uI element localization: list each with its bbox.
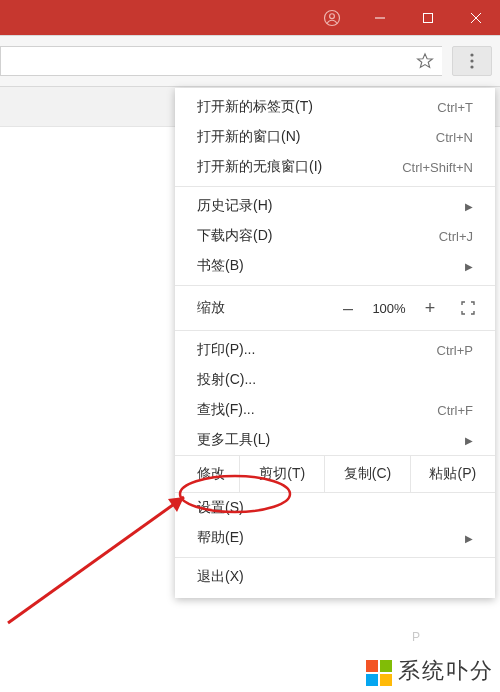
chevron-right-icon: ▶ — [463, 201, 473, 212]
account-icon — [323, 9, 341, 27]
menu-item-label: 帮助(E) — [197, 529, 455, 547]
chrome-menu-button[interactable] — [452, 46, 492, 76]
zoom-label: 缩放 — [197, 299, 333, 317]
svg-point-7 — [470, 53, 473, 56]
maximize-button[interactable] — [404, 0, 452, 35]
menu-item-shortcut: Ctrl+P — [437, 343, 473, 358]
microsoft-logo-icon — [366, 660, 392, 686]
zoom-value: 100% — [363, 301, 415, 316]
watermark-text: 系统卟分 — [398, 656, 494, 686]
window-titlebar — [0, 0, 500, 35]
chevron-right-icon: ▶ — [463, 435, 473, 446]
menu-item-exit[interactable]: 退出(X) — [175, 562, 495, 592]
close-icon — [470, 12, 482, 24]
menu-separator — [175, 557, 495, 558]
svg-point-1 — [330, 13, 335, 18]
zoom-in-button[interactable]: + — [415, 293, 445, 323]
watermark: 系统卟分 — [366, 656, 494, 686]
menu-separator — [175, 186, 495, 187]
zoom-out-button[interactable]: – — [333, 293, 363, 323]
minimize-button[interactable] — [356, 0, 404, 35]
close-button[interactable] — [452, 0, 500, 35]
menu-item-downloads[interactable]: 下载内容(D) Ctrl+J — [175, 221, 495, 251]
minimize-icon — [374, 12, 386, 24]
menu-item-label: 设置(S) — [197, 499, 473, 517]
maximize-icon — [422, 12, 434, 24]
menu-separator — [175, 330, 495, 331]
chevron-right-icon: ▶ — [463, 533, 473, 544]
star-icon — [416, 52, 434, 70]
cut-button[interactable]: 剪切(T) — [239, 456, 324, 492]
menu-item-new-tab[interactable]: 打开新的标签页(T) Ctrl+T — [175, 92, 495, 122]
menu-item-label: 历史记录(H) — [197, 197, 455, 215]
menu-item-new-window[interactable]: 打开新的窗口(N) Ctrl+N — [175, 122, 495, 152]
menu-item-label: 投射(C)... — [197, 371, 473, 389]
account-button[interactable] — [308, 0, 356, 35]
menu-item-shortcut: Ctrl+N — [436, 130, 473, 145]
edit-label: 修改 — [175, 456, 239, 492]
toolbar — [0, 35, 500, 87]
menu-edit-row: 修改 剪切(T) 复制(C) 粘贴(P) — [175, 455, 495, 493]
menu-item-label: 打开新的无痕窗口(I) — [197, 158, 394, 176]
root: 打开新的标签页(T) Ctrl+T 打开新的窗口(N) Ctrl+N 打开新的无… — [0, 0, 500, 692]
menu-item-label: 书签(B) — [197, 257, 455, 275]
paste-button[interactable]: 粘贴(P) — [410, 456, 495, 492]
svg-rect-3 — [424, 13, 433, 22]
menu-item-bookmarks[interactable]: 书签(B) ▶ — [175, 251, 495, 281]
copy-button[interactable]: 复制(C) — [324, 456, 409, 492]
svg-marker-6 — [418, 54, 433, 68]
watermark-letter: P — [412, 630, 420, 644]
menu-item-label: 查找(F)... — [197, 401, 429, 419]
menu-item-help[interactable]: 帮助(E) ▶ — [175, 523, 495, 553]
svg-point-9 — [470, 65, 473, 68]
menu-item-settings[interactable]: 设置(S) — [175, 493, 495, 523]
menu-item-history[interactable]: 历史记录(H) ▶ — [175, 191, 495, 221]
menu-item-find[interactable]: 查找(F)... Ctrl+F — [175, 395, 495, 425]
menu-item-shortcut: Ctrl+J — [439, 229, 473, 244]
bookmark-star-button[interactable] — [414, 50, 436, 72]
menu-item-more-tools[interactable]: 更多工具(L) ▶ — [175, 425, 495, 455]
svg-point-8 — [470, 59, 473, 62]
more-vert-icon — [470, 53, 474, 69]
menu-item-zoom: 缩放 – 100% + — [175, 290, 495, 326]
menu-item-label: 下载内容(D) — [197, 227, 431, 245]
url-box[interactable] — [0, 46, 442, 76]
menu-item-incognito[interactable]: 打开新的无痕窗口(I) Ctrl+Shift+N — [175, 152, 495, 182]
fullscreen-button[interactable] — [451, 293, 485, 323]
main-menu: 打开新的标签页(T) Ctrl+T 打开新的窗口(N) Ctrl+N 打开新的无… — [175, 88, 495, 598]
menu-item-print[interactable]: 打印(P)... Ctrl+P — [175, 335, 495, 365]
menu-item-label: 打开新的标签页(T) — [197, 98, 429, 116]
menu-item-cast[interactable]: 投射(C)... — [175, 365, 495, 395]
menu-item-label: 退出(X) — [197, 568, 473, 586]
menu-item-label: 更多工具(L) — [197, 431, 455, 449]
menu-item-shortcut: Ctrl+T — [437, 100, 473, 115]
menu-separator — [175, 285, 495, 286]
menu-item-label: 打开新的窗口(N) — [197, 128, 428, 146]
menu-item-label: 打印(P)... — [197, 341, 429, 359]
menu-item-shortcut: Ctrl+F — [437, 403, 473, 418]
menu-item-shortcut: Ctrl+Shift+N — [402, 160, 473, 175]
chevron-right-icon: ▶ — [463, 261, 473, 272]
fullscreen-icon — [460, 300, 476, 316]
